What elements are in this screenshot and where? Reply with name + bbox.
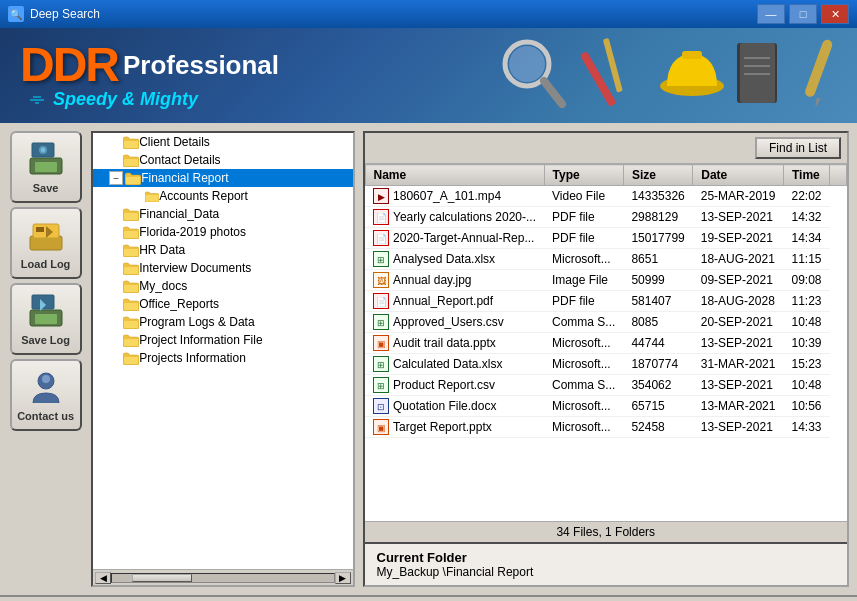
magnifier-decoration — [497, 36, 567, 111]
table-row[interactable]: ⊞ Approved_Users.csv Comma S...808520-SE… — [365, 312, 846, 333]
file-date-cell: 13-SEP-2021 — [693, 417, 784, 438]
svg-point-21 — [41, 148, 45, 152]
contact-us-label: Contact us — [17, 410, 74, 422]
tree-label: Office_Reports — [139, 297, 219, 311]
app-icon: 🔍 — [8, 6, 24, 22]
file-type-cell: PDF file — [544, 291, 623, 312]
professional-text: Professional — [123, 50, 279, 81]
header-decorations — [497, 33, 837, 113]
file-size-cell: 44744 — [623, 333, 692, 354]
table-header-row: Name Type Size Date Time — [365, 165, 846, 186]
svg-point-31 — [42, 375, 50, 383]
table-row[interactable]: ▶ 180607_A_101.mp4 Video File1433532625-… — [365, 186, 846, 207]
table-row[interactable]: 📄 2020-Target-Annual-Rep... PDF file1501… — [365, 228, 846, 249]
file-time-cell: 10:48 — [783, 312, 829, 333]
tree-item-interview-docs[interactable]: Interview Documents — [93, 259, 352, 277]
tree-item-client-details[interactable]: Client Details — [93, 133, 352, 151]
folder-icon — [123, 262, 139, 275]
logo-row: DDR Professional — [20, 41, 279, 89]
tree-item-office-reports[interactable]: Office_Reports — [93, 295, 352, 313]
file-type-cell: Comma S... — [544, 312, 623, 333]
minimize-button[interactable]: — — [757, 4, 785, 24]
find-in-list-button[interactable]: Find in List — [755, 137, 841, 159]
file-type-cell: Microsoft... — [544, 417, 623, 438]
table-row[interactable]: ▣ Audit trail data.pptx Microsoft...4474… — [365, 333, 846, 354]
file-time-cell: 10:56 — [783, 396, 829, 417]
ddr-text: DDR — [20, 41, 118, 89]
table-row[interactable]: ⊞ Calculated Data.xlsx Microsoft...18707… — [365, 354, 846, 375]
tree-item-program-logs[interactable]: Program Logs & Data — [93, 313, 352, 331]
load-log-button[interactable]: Load Log — [10, 207, 82, 279]
tree-item-financial-report[interactable]: − Financial Report — [93, 169, 352, 187]
table-row[interactable]: ⊡ Quotation File.docx Microsoft...657151… — [365, 396, 846, 417]
tree-item-accounts-report[interactable]: Accounts Report — [93, 187, 352, 205]
save-log-button[interactable]: Save Log — [10, 283, 82, 355]
file-size-cell: 14335326 — [623, 186, 692, 207]
table-row[interactable]: ⊞ Product Report.csv Comma S...35406213-… — [365, 375, 846, 396]
tree-label: Interview Documents — [139, 261, 251, 275]
svg-point-4 — [509, 46, 545, 82]
tree-item-projects-info[interactable]: Projects Information — [93, 349, 352, 367]
file-date-cell: 25-MAR-2019 — [693, 186, 784, 207]
table-row[interactable]: ▣ Target Report.pptx Microsoft...5245813… — [365, 417, 846, 438]
file-date-cell: 18-AUG-2021 — [693, 249, 784, 270]
tree-item-project-info-file[interactable]: Project Information File — [93, 331, 352, 349]
file-time-cell: 11:15 — [783, 249, 829, 270]
scroll-thumb[interactable] — [132, 574, 192, 582]
save-button[interactable]: Save — [10, 131, 82, 203]
file-time-cell: 11:23 — [783, 291, 829, 312]
file-size-cell: 8085 — [623, 312, 692, 333]
file-date-cell: 31-MAR-2021 — [693, 354, 784, 375]
file-name-cell: 📄 2020-Target-Annual-Rep... — [365, 228, 544, 249]
pen-decoration — [797, 33, 837, 113]
file-list-panel: Find in List Name Type Size Date Time ▶ … — [363, 131, 849, 587]
folder-icon — [123, 154, 139, 167]
file-date-cell: 18-AUG-2028 — [693, 291, 784, 312]
file-name-cell: ⊞ Calculated Data.xlsx — [365, 354, 544, 375]
file-time-cell: 14:34 — [783, 228, 829, 249]
tree-horizontal-scrollbar[interactable]: ◀ ▶ — [93, 569, 352, 585]
col-extra — [830, 165, 847, 186]
file-size-cell: 8651 — [623, 249, 692, 270]
header-logo: DDR Professional Speedy & Mighty — [20, 41, 279, 110]
contact-us-button[interactable]: Contact us — [10, 359, 82, 431]
close-button[interactable]: ✕ — [821, 4, 849, 24]
table-row[interactable]: 📄 Yearly calculations 2020-... PDF file2… — [365, 207, 846, 228]
file-name-cell: 📄 Annual_Report.pdf — [365, 291, 544, 312]
file-date-cell: 19-SEP-2021 — [693, 228, 784, 249]
scroll-left-button[interactable]: ◀ — [95, 572, 111, 584]
maximize-button[interactable]: □ — [789, 4, 817, 24]
tree-label: Florida-2019 photos — [139, 225, 246, 239]
tagline-text: Speedy & Mighty — [30, 89, 279, 110]
load-log-icon — [27, 216, 65, 254]
tree-item-financial-data[interactable]: Financial_Data — [93, 205, 352, 223]
svg-marker-16 — [813, 98, 820, 109]
table-row[interactable]: 📄 Annual_Report.pdf PDF file58140718-AUG… — [365, 291, 846, 312]
file-time-cell: 15:23 — [783, 354, 829, 375]
main-content: Save Load Log Save Log — [0, 123, 857, 595]
folder-icon — [123, 244, 139, 257]
file-type-cell: Video File — [544, 186, 623, 207]
tree-item-florida-2019[interactable]: Florida-2019 photos — [93, 223, 352, 241]
tree-item-hr-data[interactable]: HR Data — [93, 241, 352, 259]
tree-item-my-docs[interactable]: My_docs — [93, 277, 352, 295]
file-table[interactable]: Name Type Size Date Time ▶ 180607_A_101.… — [365, 164, 847, 521]
svg-rect-11 — [740, 43, 775, 103]
scroll-right-button[interactable]: ▶ — [335, 572, 351, 584]
current-folder-panel: Current Folder My_Backup \Financial Repo… — [365, 542, 847, 585]
file-name-cell: ⊞ Analysed Data.xlsx — [365, 249, 544, 270]
svg-rect-24 — [36, 227, 44, 232]
title-bar-controls: — □ ✕ — [757, 4, 849, 24]
table-row[interactable]: 🖼 Annual day.jpg Image File5099909-SEP-2… — [365, 270, 846, 291]
tree-expand-icon[interactable]: − — [109, 171, 123, 185]
folder-tree-scroll[interactable]: Client Details Contact Details − Financi… — [93, 133, 352, 569]
tree-item-contact-details[interactable]: Contact Details — [93, 151, 352, 169]
save-log-label: Save Log — [21, 334, 70, 346]
current-folder-path: My_Backup \Financial Report — [377, 565, 835, 579]
window-title: Deep Search — [30, 7, 100, 21]
table-row[interactable]: ⊞ Analysed Data.xlsx Microsoft...865118-… — [365, 249, 846, 270]
file-name-cell: ⊞ Approved_Users.csv — [365, 312, 544, 333]
file-type-cell: PDF file — [544, 207, 623, 228]
file-date-cell: 09-SEP-2021 — [693, 270, 784, 291]
tree-label: Accounts Report — [159, 189, 248, 203]
